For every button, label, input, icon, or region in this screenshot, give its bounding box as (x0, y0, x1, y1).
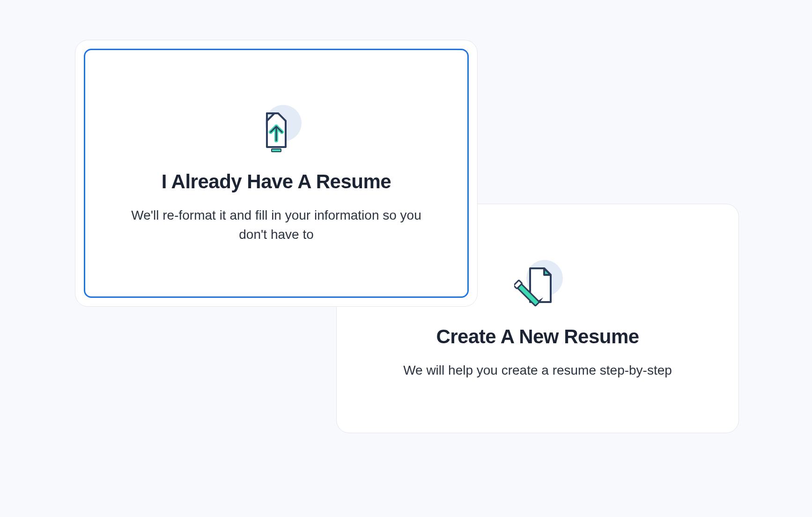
option-card-upload[interactable]: I Already Have A Resume We'll re-format … (75, 40, 478, 307)
option-card-inner: I Already Have A Resume We'll re-format … (84, 49, 469, 298)
upload-file-icon (248, 102, 304, 158)
option-title: I Already Have A Resume (162, 170, 391, 193)
create-file-icon (509, 257, 566, 313)
option-description: We'll re-format it and fill in your info… (126, 206, 426, 244)
option-title: Create A New Resume (436, 325, 639, 348)
option-description: We will help you create a resume step-by… (403, 361, 672, 380)
svg-rect-0 (272, 149, 281, 152)
